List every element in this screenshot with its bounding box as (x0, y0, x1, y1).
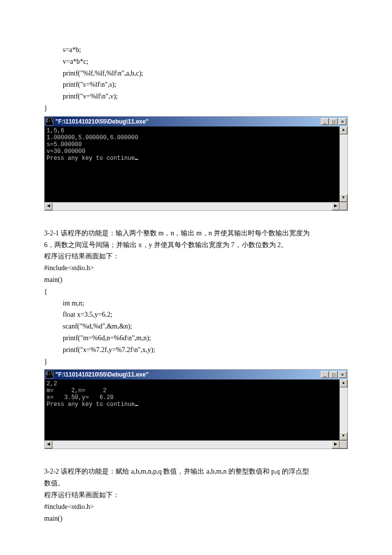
scroll-down-icon[interactable]: ▼ (340, 194, 347, 202)
window-title: "F:\1101410210\55\Debug\11.exe" (55, 370, 148, 379)
console-window-2: C:\ "F:\1101410210\55\Debug\11.exe" _ □ … (44, 369, 348, 449)
body-text: 程序运行结果画面如下： (44, 489, 348, 501)
terminal-output: 2,2 m= 2,n= 2 x= 3.50,y= 6.20 Press any … (45, 379, 347, 440)
cursor-icon (135, 405, 138, 406)
code-line: int m,n; (63, 298, 348, 309)
minimize-button[interactable]: _ (321, 118, 329, 125)
code-line: printf("x=%7.2f,y=%7.2f\n",x,y); (63, 344, 348, 356)
maximize-button[interactable]: □ (330, 118, 338, 125)
scroll-left-icon[interactable]: ◀ (45, 441, 52, 449)
code-line: #include<stdio.h> (44, 501, 348, 513)
section-heading-3-2-1: 3-2-1 该程序的功能是：输入两个整数 m，n，输出 m，n 并使其输出时每个… (44, 227, 348, 239)
terminal-output: 1,5,6 1.000000,5.000000,6.000000 s=5.000… (45, 126, 347, 202)
scroll-right-icon[interactable]: ▶ (332, 202, 340, 210)
section-heading-3-2-2: 3-2-2 该程序的功能是：赋给 a,b,m,n,p,q 数值，并输出 a,b,… (44, 466, 348, 478)
scrollbar-track[interactable] (340, 134, 347, 194)
scroll-down-icon[interactable]: ▼ (340, 432, 347, 440)
scrollbar-track[interactable] (52, 441, 332, 449)
code-line: scanf("%d,%d",&m,&n); (63, 321, 348, 332)
code-line: float x=3.5,y=6.2; (63, 309, 348, 321)
window-titlebar: C:\ "F:\1101410210\55\Debug\11.exe" _ □ … (45, 370, 347, 379)
scroll-up-icon[interactable]: ▲ (340, 379, 347, 387)
console-window-1: C:\ "F:\1101410210\55\Debug\11.exe" _ □ … (44, 116, 348, 211)
code-line: s=a*b; (63, 44, 348, 56)
close-button[interactable]: × (339, 118, 346, 125)
code-line: } (44, 356, 348, 368)
horizontal-scrollbar[interactable]: ◀ ▶ (45, 202, 347, 210)
code-line: printf("m=%6d,n=%6d\n",m,n); (63, 332, 348, 344)
close-button[interactable]: × (339, 371, 346, 378)
vertical-scrollbar[interactable]: ▲ ▼ (340, 379, 347, 440)
code-line: printf("s=%lf\n",s); (63, 79, 348, 91)
code-line: { (44, 286, 348, 298)
code-line: printf("v=%lf\n",v); (63, 91, 348, 102)
body-text: 数值。 (44, 478, 348, 489)
document-page: s=a*b; v=a*b*c; printf("%lf,%lf,%lf\n",a… (0, 0, 392, 555)
scrollbar-corner (340, 441, 347, 449)
code-line: main() (44, 513, 348, 525)
maximize-button[interactable]: □ (330, 371, 338, 378)
scrollbar-track[interactable] (340, 387, 347, 432)
body-text: 6，两数之间逗号间隔；并输出 x，y 并使其每个数输出宽度为 7，小数位数为 2… (44, 239, 348, 251)
code-line: v=a*b*c; (63, 56, 348, 68)
body-text: 程序运行结果画面如下： (44, 251, 348, 262)
code-line: #include<stdio.h> (44, 262, 348, 274)
scrollbar-track[interactable] (52, 202, 332, 210)
cmd-icon: C:\ (46, 371, 53, 378)
scrollbar-corner (340, 202, 347, 210)
window-titlebar: C:\ "F:\1101410210\55\Debug\11.exe" _ □ … (45, 117, 347, 126)
code-line: printf("%lf,%lf,%lf\n",a,b,c); (63, 68, 348, 79)
terminal-text: 1,5,6 1.000000,5.000000,6.000000 s=5.000… (47, 127, 138, 162)
scroll-right-icon[interactable]: ▶ (332, 441, 340, 449)
horizontal-scrollbar[interactable]: ◀ ▶ (45, 440, 347, 449)
scroll-up-icon[interactable]: ▲ (340, 126, 347, 134)
code-block-top: s=a*b; v=a*b*c; printf("%lf,%lf,%lf\n",a… (44, 44, 348, 102)
cmd-icon: C:\ (46, 118, 53, 126)
window-title: "F:\1101410210\55\Debug\11.exe" (55, 117, 148, 126)
code-line: } (44, 102, 348, 114)
scroll-left-icon[interactable]: ◀ (45, 202, 52, 210)
code-line: main() (44, 274, 348, 286)
terminal-text: 2,2 m= 2,n= 2 x= 3.50,y= 6.20 Press any … (47, 380, 135, 408)
vertical-scrollbar[interactable]: ▲ ▼ (340, 126, 347, 202)
cursor-icon (135, 159, 138, 160)
minimize-button[interactable]: _ (321, 371, 329, 378)
code-block-mid: int m,n; float x=3.5,y=6.2; scanf("%d,%d… (44, 298, 348, 356)
